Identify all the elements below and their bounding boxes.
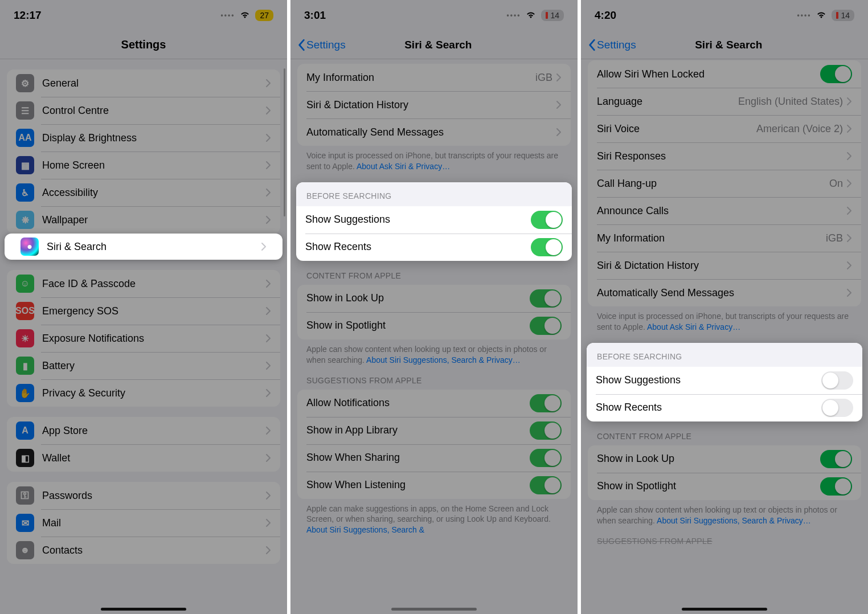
privacy-link[interactable]: About Siri Suggestions, Search & — [306, 525, 424, 534]
list-row[interactable]: Siri & Dictation History — [297, 91, 571, 118]
toggle-switch[interactable] — [530, 421, 562, 440]
settings-row[interactable]: ☺︎Face ID & Passcode — [7, 270, 280, 297]
row-label: Automatically Send Messages — [306, 126, 556, 138]
toggle-switch[interactable] — [530, 394, 562, 412]
settings-list[interactable]: ⚙︎General☰Control CentreAADisplay & Brig… — [0, 59, 287, 614]
chevron-right-icon — [265, 79, 271, 88]
settings-row[interactable]: ⚙︎General — [7, 69, 280, 97]
list-row[interactable]: My InformationiGB — [297, 64, 571, 91]
list-row[interactable]: Call Hang-upOn — [588, 170, 861, 197]
toggle-switch[interactable] — [821, 371, 853, 390]
settings-row[interactable]: ✉︎Mail — [7, 509, 280, 537]
key-icon: ⚿ — [16, 486, 34, 505]
row-label: Mail — [42, 517, 265, 529]
settings-row[interactable]: ❋Wallpaper — [7, 206, 280, 234]
recording-dots-icon: •••• — [507, 11, 521, 19]
chevron-right-icon — [265, 215, 271, 224]
before-searching-section: BEFORE SEARCHING Show SuggestionsShow Re… — [290, 182, 578, 261]
row-label: Privacy & Security — [42, 387, 265, 399]
settings-row[interactable]: ✋Privacy & Security — [7, 379, 280, 407]
list-row[interactable]: Announce Calls — [588, 197, 861, 224]
settings-row[interactable]: ☀︎Exposure Notifications — [7, 325, 280, 352]
settings-row[interactable]: ▮Battery — [7, 352, 280, 379]
toggle-row[interactable]: Show Suggestions — [587, 367, 862, 394]
privacy-link[interactable]: About Ask Siri & Privacy… — [647, 322, 740, 331]
list-row[interactable]: Siri VoiceAmerican (Voice 2) — [588, 115, 861, 142]
toggle-switch[interactable] — [530, 289, 562, 308]
toggle-row[interactable]: Show When Listening — [297, 472, 571, 499]
settings-row[interactable]: AADisplay & Brightness — [7, 124, 280, 152]
row-label: App Store — [42, 425, 265, 437]
row-value: American (Voice 2) — [756, 123, 843, 135]
toggle-switch[interactable] — [530, 317, 562, 335]
toggle-row[interactable]: Show in Spotlight — [588, 473, 861, 500]
suggestions-group: Allow NotificationsShow in App LibrarySh… — [297, 390, 571, 499]
toggle-row[interactable]: Show in Look Up — [297, 285, 571, 312]
settings-row[interactable]: ◧Wallet — [7, 444, 280, 472]
settings-row[interactable]: ▦Home Screen — [7, 152, 280, 179]
status-time: 3:01 — [304, 9, 326, 22]
settings-row[interactable]: ♿︎Accessibility — [7, 179, 280, 206]
toggle-row[interactable]: Show Suggestions — [296, 206, 572, 234]
privacy-link[interactable]: About Ask Siri & Privacy… — [357, 162, 450, 171]
toggle-row[interactable]: Show Recents — [296, 234, 572, 261]
page-title: Settings — [7, 38, 280, 51]
contact-icon: ☻ — [16, 541, 34, 559]
privacy-link[interactable]: About Siri Suggestions, Search & Privacy… — [657, 516, 811, 525]
toggle-row[interactable]: Show When Sharing — [297, 444, 571, 472]
home-indicator[interactable] — [391, 608, 477, 611]
row-label: My Information — [597, 232, 826, 244]
screenshot-panel-3: 4:20 •••• 14 Settings Siri & Search Allo… — [581, 0, 868, 614]
toggle-switch[interactable] — [820, 477, 852, 496]
toggle-row[interactable]: Show in Spotlight — [297, 312, 571, 339]
privacy-link[interactable]: About Siri Suggestions, Search & Privacy… — [366, 355, 521, 365]
settings-row[interactable]: AApp Store — [7, 417, 280, 444]
status-time: 12:17 — [14, 9, 42, 22]
home-indicator[interactable] — [101, 608, 186, 611]
page-title: Siri & Search — [306, 39, 571, 51]
wifi-icon — [525, 9, 537, 22]
toggle-switch[interactable] — [530, 449, 562, 467]
toggle-row[interactable]: Show Recents — [587, 394, 862, 421]
toggle-switch[interactable] — [821, 399, 853, 417]
content-from-apple-group: Show in Look UpShow in Spotlight — [588, 445, 861, 500]
list-row[interactable]: Allow Siri When Locked — [588, 60, 861, 88]
row-label: Show Recents — [596, 402, 821, 414]
row-label: Siri Responses — [597, 150, 846, 162]
siri-search-list[interactable]: My InformationiGBSiri & Dictation Histor… — [290, 59, 578, 614]
toggle-switch[interactable] — [531, 238, 563, 256]
settings-row[interactable]: ☰Control Centre — [7, 97, 280, 124]
battery-icon: ▮ — [16, 357, 34, 375]
list-row[interactable]: Siri & Dictation History — [588, 252, 861, 279]
toggle-row[interactable]: Allow Notifications — [297, 390, 571, 417]
toggle-switch[interactable] — [530, 476, 562, 494]
grid-icon: ▦ — [16, 156, 34, 174]
chevron-right-icon — [265, 388, 271, 398]
toggle-switch[interactable] — [820, 65, 852, 83]
siri-search-list[interactable]: Allow Siri When LockedLanguageEnglish (U… — [581, 59, 868, 614]
battery-badge: 14 — [832, 10, 854, 21]
row-label: Battery — [42, 360, 265, 372]
recording-dots-icon: •••• — [221, 11, 235, 19]
toggle-row[interactable]: Show in Look Up — [588, 445, 861, 473]
chevron-right-icon — [265, 361, 271, 370]
settings-row-siri-search[interactable]: ●Siri & Search — [5, 234, 282, 260]
row-label: Wallet — [42, 452, 265, 464]
list-row[interactable]: Siri Responses — [588, 142, 861, 170]
settings-row[interactable]: ⚿Passwords — [7, 482, 280, 509]
wallet-icon: ◧ — [16, 449, 34, 467]
toggle-switch[interactable] — [531, 211, 563, 229]
chevron-right-icon — [265, 453, 271, 462]
list-row[interactable]: LanguageEnglish (United States) — [588, 88, 861, 115]
list-row[interactable]: Automatically Send Messages — [297, 118, 571, 146]
toggle-switch[interactable] — [820, 450, 852, 468]
row-label: Call Hang-up — [597, 178, 829, 190]
group-footer: Voice input is processed on iPhone, but … — [290, 146, 578, 172]
list-row[interactable]: My InformationiGB — [588, 224, 861, 252]
toggle-row[interactable]: Show in App Library — [297, 417, 571, 444]
list-row[interactable]: Automatically Send Messages — [588, 279, 861, 306]
settings-row[interactable]: SOSEmergency SOS — [7, 297, 280, 325]
home-indicator[interactable] — [682, 608, 767, 611]
settings-row[interactable]: ☻Contacts — [7, 537, 280, 564]
chevron-right-icon — [846, 124, 852, 133]
